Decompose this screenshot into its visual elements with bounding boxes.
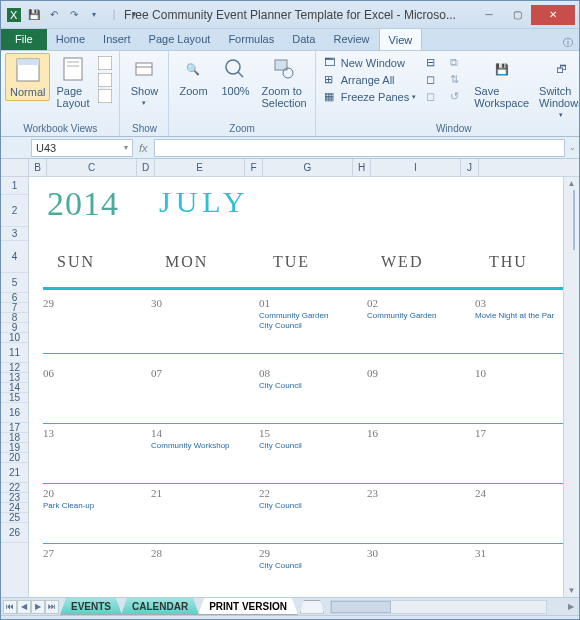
col-header[interactable]: E [155, 159, 245, 176]
undo-icon[interactable]: ↶ [45, 6, 63, 24]
col-header[interactable]: B [29, 159, 47, 176]
day-header: SUN [57, 253, 95, 271]
split-button[interactable]: ⊟ [424, 55, 442, 71]
freeze-panes-button[interactable]: ▦Freeze Panes ▾ [322, 89, 418, 105]
name-box[interactable]: U43▾ [31, 139, 133, 157]
row-header[interactable]: 21 [1, 463, 28, 483]
day-number: 24 [475, 487, 486, 499]
row-header[interactable]: 10 [1, 333, 28, 343]
grid[interactable]: 2014JULYSUNMONTUEWEDTHU2930010203Communi… [29, 177, 563, 597]
maximize-button[interactable]: ▢ [503, 5, 531, 25]
excel-icon[interactable]: X [5, 6, 23, 24]
tab-insert[interactable]: Insert [94, 28, 140, 50]
day-header: WED [381, 253, 423, 271]
col-header[interactable]: C [47, 159, 137, 176]
tab-page-layout[interactable]: Page Layout [140, 28, 220, 50]
day-number: 16 [367, 427, 378, 439]
tab-view[interactable]: View [379, 28, 423, 50]
view-side-button[interactable]: ⧉ [448, 55, 466, 71]
day-number: 03 [475, 297, 486, 309]
redo-icon[interactable]: ↷ [65, 6, 83, 24]
tab-formulas[interactable]: Formulas [219, 28, 283, 50]
close-button[interactable]: ✕ [531, 5, 575, 25]
row-header[interactable]: 25 [1, 513, 28, 523]
col-header[interactable]: H [353, 159, 371, 176]
svg-rect-8 [98, 73, 112, 87]
row-header[interactable]: 15 [1, 393, 28, 403]
title-bar: X 💾 ↶ ↷ ▾ | ▾ Free Community Event Plann… [1, 1, 579, 29]
sheet-tab-calendar[interactable]: CALENDAR [121, 598, 199, 615]
minimize-button[interactable]: ─ [475, 5, 503, 25]
col-header[interactable]: I [371, 159, 461, 176]
reset-pos-button[interactable]: ↺ [448, 89, 466, 105]
formula-expand-icon[interactable]: ⌄ [566, 139, 578, 157]
row-header[interactable]: 4 [1, 241, 28, 273]
sync-scroll-button[interactable]: ⇅ [448, 72, 466, 88]
group-window: 🗔New Window ⊞Arrange All ▦Freeze Panes ▾… [316, 51, 580, 136]
select-all-corner[interactable] [1, 159, 29, 177]
group-label: Zoom [173, 122, 310, 135]
column-headers: BCDEFGHIJ [29, 159, 563, 177]
tab-data[interactable]: Data [283, 28, 324, 50]
row-header[interactable]: 11 [1, 343, 28, 363]
save-workspace-button[interactable]: 💾Save Workspace [470, 53, 533, 111]
sheet-tab-print-version[interactable]: PRINT VERSION [198, 598, 298, 615]
day-number: 15 [259, 427, 270, 439]
row-header[interactable]: 1 [1, 177, 28, 195]
row-header[interactable]: 5 [1, 273, 28, 293]
horizontal-scrollbar[interactable] [330, 600, 547, 614]
new-window-button[interactable]: 🗔New Window [322, 55, 418, 71]
show-button[interactable]: Show▾ [124, 53, 164, 109]
normal-view-button[interactable]: Normal [5, 53, 50, 101]
row-header[interactable]: 3 [1, 227, 28, 241]
zoom-selection-button[interactable]: Zoom to Selection [257, 53, 310, 111]
group-zoom: 🔍Zoom 100% Zoom to Selection Zoom [169, 51, 315, 136]
col-header[interactable]: J [461, 159, 479, 176]
row-header[interactable]: 16 [1, 403, 28, 423]
unhide-button[interactable]: ◻ [424, 89, 442, 105]
group-label: Show [124, 122, 164, 135]
tab-home[interactable]: Home [47, 28, 94, 50]
col-header[interactable]: D [137, 159, 155, 176]
arrange-all-button[interactable]: ⊞Arrange All [322, 72, 418, 88]
tab-nav-next[interactable]: ▶ [31, 600, 45, 614]
tab-nav-last[interactable]: ⏭ [45, 600, 59, 614]
fx-icon[interactable]: fx [139, 142, 148, 154]
zoom-button[interactable]: 🔍Zoom [173, 53, 213, 99]
svg-rect-7 [98, 56, 112, 70]
svg-rect-9 [98, 89, 112, 103]
page-layout-button[interactable]: Page Layout [52, 53, 93, 111]
row-header[interactable]: 20 [1, 453, 28, 463]
formula-bar[interactable] [154, 139, 565, 157]
save-icon[interactable]: 💾 [25, 6, 43, 24]
tab-review[interactable]: Review [324, 28, 378, 50]
day-number: 17 [475, 427, 486, 439]
svg-rect-3 [17, 59, 39, 65]
page-break-button[interactable] [95, 53, 115, 105]
day-number: 30 [151, 297, 162, 309]
day-number: 22 [259, 487, 270, 499]
tab-nav-first[interactable]: ⏮ [3, 600, 17, 614]
group-label: Workbook Views [5, 122, 115, 135]
svg-line-13 [238, 72, 243, 77]
col-header[interactable]: F [245, 159, 263, 176]
new-sheet-button[interactable] [300, 600, 324, 614]
file-tab[interactable]: File [1, 28, 47, 50]
day-number: 09 [367, 367, 378, 379]
switch-windows-button[interactable]: 🗗Switch Windows▾ [535, 53, 580, 121]
calendar-year: 2014 [47, 185, 119, 223]
tab-nav-prev[interactable]: ◀ [17, 600, 31, 614]
window-controls: ─ ▢ ✕ [475, 5, 575, 25]
ribbon-tabs: File Home Insert Page Layout Formulas Da… [1, 29, 579, 51]
col-header[interactable]: G [263, 159, 353, 176]
sheet-tab-events[interactable]: EVENTS [60, 598, 122, 615]
ribbon-help-icon[interactable]: ⓘ [557, 36, 579, 50]
zoom-100-button[interactable]: 100% [215, 53, 255, 99]
vertical-scrollbar[interactable]: ▲ ▼ [563, 177, 579, 597]
hide-button[interactable]: ◻ [424, 72, 442, 88]
row-header[interactable]: 26 [1, 523, 28, 543]
svg-rect-4 [64, 58, 82, 80]
qat-customize-icon[interactable]: ▾ [85, 6, 103, 24]
qat-separator: | [105, 6, 123, 24]
row-header[interactable]: 2 [1, 195, 28, 227]
